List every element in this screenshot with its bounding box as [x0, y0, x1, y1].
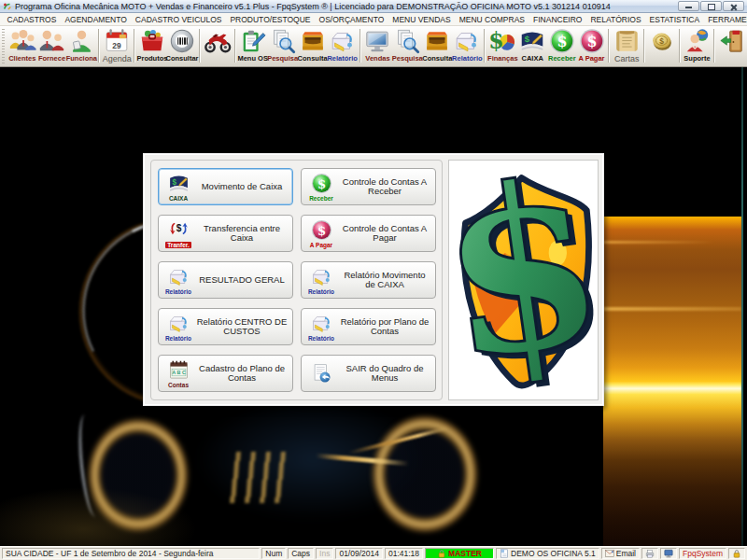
- cadastro-plano-contas-button[interactable]: Contas Cadastro do Plano de Contas: [158, 355, 293, 392]
- contas-a-pagar-button[interactable]: A Pagar Controle do Contas A Pagar: [301, 215, 436, 252]
- menu-vendas[interactable]: MENU VENDAS: [388, 15, 455, 24]
- toolbar-receber[interactable]: Receber: [547, 27, 577, 63]
- dollar-sphere-green-icon: [310, 172, 333, 195]
- menu-ferramentas[interactable]: FERRAMENTAS: [704, 15, 747, 24]
- button-label: Controle do Contas A Receber: [338, 177, 433, 197]
- contas-a-receber-button[interactable]: Receber Controle do Contas A Receber: [301, 168, 436, 205]
- toolbar-suporte[interactable]: Suporte: [683, 27, 712, 63]
- status-computer-button[interactable]: [660, 548, 677, 559]
- menu-compras[interactable]: MENU COMPRAS: [455, 15, 529, 24]
- resultado-geral-button[interactable]: Relatório RESULTADO GERAL: [158, 261, 293, 299]
- motorcycle-wheel-reflection-left: [87, 417, 190, 533]
- toolbar-separator: [134, 29, 135, 63]
- report-printer-icon: [310, 312, 333, 335]
- motorcycle-body-streak: [316, 454, 409, 467]
- menu-bar: CADASTROS AGENDAMENTO CADASTRO VEICULOS …: [0, 13, 747, 26]
- relatorio-movimento-caixa-button[interactable]: Relatório Relatório Movimento de CAIXA: [301, 261, 436, 299]
- menu-cadastro-veiculos[interactable]: CADASTRO VEICULOS: [131, 15, 226, 24]
- button-badge: Relatório: [165, 335, 191, 343]
- coin-icon: [648, 27, 676, 55]
- toolbar-vendas-pesquisa[interactable]: Pesquisa: [392, 27, 422, 63]
- database-page-icon: [500, 549, 509, 558]
- menu-os-orcamento[interactable]: OS/ORÇAMENTO: [315, 15, 388, 24]
- service-order-clipboard-icon: [239, 27, 267, 55]
- toolbar-agenda[interactable]: Agenda: [102, 27, 132, 63]
- toolbar-caixa[interactable]: CAIXA: [517, 27, 547, 63]
- minimize-button[interactable]: [678, 1, 699, 11]
- toolbar-label: Relatório: [452, 55, 483, 63]
- toolbar-separator: [359, 29, 361, 63]
- toolbar-cartas[interactable]: Cartas: [612, 27, 641, 63]
- status-brand: FpqSystem: [679, 548, 726, 559]
- agenda-calendar-icon: [103, 27, 131, 55]
- toolbar-a-pagar[interactable]: A Pagar: [577, 27, 607, 63]
- barcode-search-icon: [168, 27, 196, 55]
- toolbar-label: Funciona: [66, 55, 97, 63]
- report-printer-icon: [167, 312, 190, 335]
- menu-relatorios[interactable]: RELATÓRIOS: [586, 15, 645, 24]
- svg-text:$: $: [451, 162, 596, 398]
- movimento-de-caixa-button[interactable]: CAIXA Movimento de Caixa: [158, 168, 293, 205]
- toolbar-vendas-consulta[interactable]: Consulta: [422, 27, 452, 63]
- finances-icon: [488, 27, 516, 55]
- toolbar-financas[interactable]: Finanças: [487, 27, 517, 63]
- toolbar-vendas-relatorio[interactable]: Relatório: [452, 27, 482, 63]
- finance-menu-buttons-panel: CAIXA Movimento de Caixa Receber Control…: [150, 160, 443, 400]
- toolbar-moto[interactable]: [203, 27, 233, 55]
- minimize-icon: [685, 7, 692, 8]
- button-badge: Tranfer.: [165, 242, 190, 249]
- toolbar-label: Agenda: [103, 55, 132, 63]
- menu-financeiro[interactable]: FINANCEIRO: [529, 15, 586, 24]
- status-printer-button[interactable]: [641, 548, 658, 559]
- toolbar-separator: [713, 29, 715, 63]
- toolbar-produtos[interactable]: Produtos: [137, 27, 167, 63]
- motorcycle-icon: [204, 27, 232, 55]
- search-documents-icon: [393, 27, 421, 55]
- toolbar-label: Menu OS: [237, 55, 268, 63]
- toolbar-os-pesquisa[interactable]: Pesquisa: [268, 27, 298, 63]
- relatorio-centro-custos-button[interactable]: Relatório Relatório CENTRO DE CUSTOS: [158, 308, 293, 345]
- status-insert: Ins: [316, 548, 333, 559]
- cashbook-icon: [518, 27, 546, 55]
- toolbar-label: Consulta: [298, 55, 328, 63]
- dollar-shield-image: $ $: [448, 160, 599, 400]
- toolbar-label: Pesquisa: [267, 55, 298, 63]
- toolbar-label: Suporte: [684, 55, 710, 63]
- toolbar-os-consulta[interactable]: Consulta: [298, 27, 328, 63]
- restore-button[interactable]: [700, 1, 722, 11]
- toolbar-moeda[interactable]: [647, 27, 677, 55]
- close-button[interactable]: [723, 1, 744, 11]
- client-area: CAIXA Movimento de Caixa Receber Control…: [0, 67, 747, 546]
- dollar-sphere-red-icon: [310, 218, 333, 242]
- status-time: 01:41:18: [385, 548, 423, 559]
- toolbar-fornecedores[interactable]: Fornece: [37, 27, 67, 63]
- status-email-button[interactable]: Email: [601, 548, 640, 559]
- menu-estatistica[interactable]: ESTATISTICA: [645, 15, 704, 24]
- toolbar-label: Finanças: [487, 55, 518, 63]
- status-capslock: Caps: [288, 548, 314, 559]
- toolbar-sair[interactable]: [717, 27, 747, 55]
- menu-produto-estoque[interactable]: PRODUTO/ESTOQUE: [226, 15, 315, 24]
- dollar-shield-graphic: $ $: [451, 162, 596, 398]
- menu-agendamento[interactable]: AGENDAMENTO: [61, 15, 131, 24]
- toolbar-separator: [199, 29, 201, 63]
- button-label: Movimento de Caixa: [195, 182, 290, 192]
- sair-quadro-menus-button[interactable]: SAIR do Quadro de Menus: [301, 355, 436, 392]
- button-badge: Contas: [168, 382, 189, 389]
- relatorio-plano-contas-button[interactable]: Relatório Relatório por Plano de Contas: [301, 308, 436, 345]
- abc-plan-icon: [167, 358, 190, 382]
- clients-icon: [8, 27, 36, 55]
- toolbar-label: Produtos: [137, 55, 168, 63]
- transferencia-entre-caixa-button[interactable]: Tranfer. Transferencia entre Caixa: [158, 215, 293, 252]
- report-printer-icon: [453, 27, 481, 55]
- toolbar-clientes[interactable]: Clientes: [7, 27, 37, 63]
- toolbar-label: Vendas: [365, 55, 389, 63]
- toolbar-funcionarios[interactable]: Funciona: [66, 27, 96, 63]
- toolbar-consultar[interactable]: Consultar: [167, 27, 197, 63]
- transfer-icon: [167, 218, 190, 242]
- toolbar-os-relatorio[interactable]: Relatório: [328, 27, 358, 63]
- button-badge: A Pagar: [310, 242, 332, 249]
- toolbar-menu-os[interactable]: Menu OS: [238, 27, 268, 63]
- menu-cadastros[interactable]: CADASTROS: [3, 15, 61, 24]
- toolbar-vendas[interactable]: Vendas: [363, 27, 393, 63]
